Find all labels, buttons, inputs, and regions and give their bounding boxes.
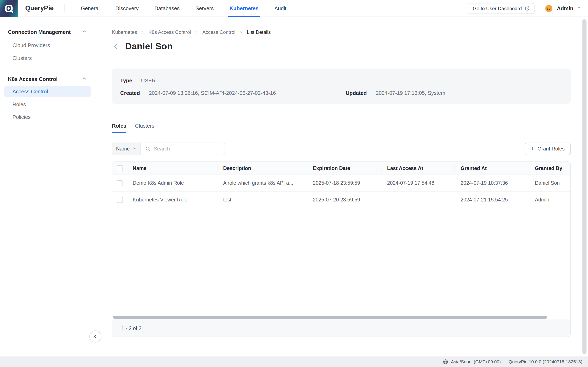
- nav-kubernetes[interactable]: Kubernetes: [222, 0, 267, 17]
- type-label: Type: [120, 77, 141, 83]
- column-header-granted-at[interactable]: Granted At: [454, 165, 529, 171]
- row-checkbox[interactable]: [117, 197, 123, 203]
- nav-discovery[interactable]: Discovery: [108, 0, 147, 17]
- section-title-label: K8s Access Control: [8, 76, 58, 82]
- sidebar-section-title-connection-management[interactable]: Connection Management: [0, 28, 95, 36]
- sidebar-collapse-button[interactable]: [89, 331, 102, 342]
- title-row: Daniel Son: [112, 41, 571, 52]
- external-link-icon: [525, 6, 530, 11]
- nav-servers[interactable]: Servers: [188, 0, 222, 17]
- sidebar-item-cloud-providers[interactable]: Cloud Providers: [0, 39, 95, 52]
- horizontal-scrollbar-thumb[interactable]: [113, 316, 547, 319]
- chevron-up-icon: [82, 29, 87, 35]
- row-checkbox-cell: [112, 197, 129, 203]
- detail-tabs: Roles Clusters: [112, 123, 571, 133]
- brand-name: QueryPie: [25, 4, 54, 12]
- cell-name: Demo K8s Admin Role: [129, 180, 217, 186]
- sidebar-section-connection-management: Connection Management Cloud Providers Cl…: [0, 28, 95, 64]
- column-header-name[interactable]: Name: [129, 165, 217, 171]
- querypie-logo[interactable]: [0, 0, 18, 17]
- table-header-row: Name Description Expiration Date Last Ac…: [112, 162, 570, 175]
- page-footer: Asia/Seoul (GMT+09:00) QueryPie 10.0.0 (…: [0, 356, 588, 367]
- version-item: QueryPie 10.0.0 (20240718-182513): [509, 359, 582, 364]
- table-controls: Name + Grant Roles: [112, 143, 571, 155]
- dashboard-button-label: Go to User Dashboard: [473, 6, 522, 11]
- search-input[interactable]: [154, 146, 221, 152]
- sidebar-item-clusters[interactable]: Clusters: [0, 52, 95, 64]
- column-header-description[interactable]: Description: [217, 165, 307, 171]
- section-items: Access Control Roles Policies: [0, 86, 95, 124]
- column-header-granted-by[interactable]: Granted By: [529, 165, 571, 171]
- column-header-last-access-at[interactable]: Last Access At: [381, 165, 454, 171]
- back-button[interactable]: [112, 43, 120, 50]
- user-name: Admin: [557, 5, 573, 11]
- tab-roles[interactable]: Roles: [112, 123, 126, 133]
- row-checkbox[interactable]: [117, 180, 123, 186]
- chevron-down-icon: [132, 146, 137, 152]
- timezone-item: Asia/Seoul (GMT+09:00): [443, 359, 501, 364]
- nav-general[interactable]: General: [73, 0, 108, 17]
- search-group: Name: [112, 143, 225, 155]
- version-label: QueryPie 10.0.0 (20240718-182513): [509, 359, 582, 364]
- breadcrumb-separator: ›: [196, 29, 198, 35]
- column-header-expiration-date[interactable]: Expiration Date: [307, 165, 381, 171]
- updated-label: Updated: [346, 90, 376, 96]
- cell-name: Kubernetes Viewer Role: [129, 197, 217, 203]
- detail-info-card: Type USER Created 2024-07-09 13:26:16, S…: [112, 68, 571, 104]
- header-checkbox-cell: [112, 165, 129, 171]
- timezone-label: Asia/Seoul (GMT+09:00): [451, 359, 501, 364]
- cell-description: A role which grants k8s API a...: [217, 180, 307, 186]
- sidebar: Connection Management Cloud Providers Cl…: [0, 17, 95, 356]
- header-divider: [65, 4, 65, 12]
- info-row-type: Type USER: [120, 77, 562, 83]
- sidebar-item-access-control[interactable]: Access Control: [4, 86, 91, 97]
- section-title-label: Connection Management: [8, 29, 71, 35]
- sidebar-section-k8s-access-control: K8s Access Control Access Control Roles …: [0, 75, 95, 123]
- user-menu-chevron-down-icon[interactable]: [576, 5, 582, 12]
- pagination-count: 1 - 2 of 2: [121, 325, 141, 331]
- breadcrumb-separator: ›: [240, 29, 242, 35]
- window-vertical-scrollbar-thumb[interactable]: [582, 19, 586, 354]
- search-box: [141, 143, 225, 155]
- table-pagination-bar: 1 - 2 of 2: [112, 319, 570, 336]
- main-content: Kubernetes › K8s Access Control › Access…: [96, 17, 588, 356]
- created-value: 2024-07-09 13:26:16, SCIM-API-2024-06-27…: [149, 90, 346, 96]
- grant-roles-button-label: Grant Roles: [537, 146, 565, 152]
- avatar[interactable]: [545, 4, 553, 13]
- select-all-checkbox[interactable]: [117, 165, 123, 171]
- info-row-created-updated: Created 2024-07-09 13:26:16, SCIM-API-20…: [120, 90, 562, 96]
- page-title: Daniel Son: [125, 41, 173, 52]
- cell-last-access-at: 2024-07-19 17:54:48: [381, 180, 454, 186]
- cell-expiration-date: 2025-07-18 23:59:59: [307, 180, 381, 186]
- created-label: Created: [120, 90, 149, 96]
- table-row[interactable]: Kubernetes Viewer Role test 2025-07-20 2…: [112, 192, 570, 208]
- sidebar-item-roles[interactable]: Roles: [0, 98, 95, 111]
- breadcrumb-access-control[interactable]: Access Control: [202, 29, 235, 35]
- cell-last-access-at: -: [381, 197, 454, 203]
- search-field-select[interactable]: Name: [112, 143, 141, 155]
- header-right: Go to User Dashboard Admin: [468, 3, 588, 14]
- querypie-logo-icon: [4, 3, 14, 13]
- go-to-user-dashboard-button[interactable]: Go to User Dashboard: [468, 3, 535, 14]
- updated-value: 2024-07-19 17:13:05, System: [376, 90, 445, 96]
- roles-table: Name Description Expiration Date Last Ac…: [112, 161, 571, 337]
- table-empty-area: [112, 208, 570, 315]
- nav-databases[interactable]: Databases: [147, 0, 188, 17]
- sidebar-section-title-k8s-access-control[interactable]: K8s Access Control: [0, 75, 95, 83]
- sidebar-item-policies[interactable]: Policies: [0, 111, 95, 124]
- cell-expiration-date: 2025-07-20 23:59:59: [307, 197, 381, 203]
- app-root: QueryPie General Discovery Databases Ser…: [0, 0, 588, 367]
- tab-clusters[interactable]: Clusters: [135, 123, 154, 133]
- breadcrumb-separator: ›: [142, 29, 144, 35]
- table-horizontal-scrollbar: [112, 315, 570, 319]
- grant-roles-button[interactable]: + Grant Roles: [525, 143, 571, 155]
- nav-audit[interactable]: Audit: [267, 0, 294, 17]
- avatar-smiley-icon: [545, 4, 553, 13]
- breadcrumb-k8s-access-control[interactable]: K8s Access Control: [148, 29, 191, 35]
- breadcrumb-kubernetes[interactable]: Kubernetes: [112, 29, 137, 35]
- top-navigation-bar: QueryPie General Discovery Databases Ser…: [0, 0, 588, 17]
- chevron-up-icon: [82, 76, 87, 82]
- table-row[interactable]: Demo K8s Admin Role A role which grants …: [112, 175, 570, 192]
- main-nav: General Discovery Databases Servers Kube…: [73, 0, 294, 17]
- chevron-left-icon: [112, 43, 120, 50]
